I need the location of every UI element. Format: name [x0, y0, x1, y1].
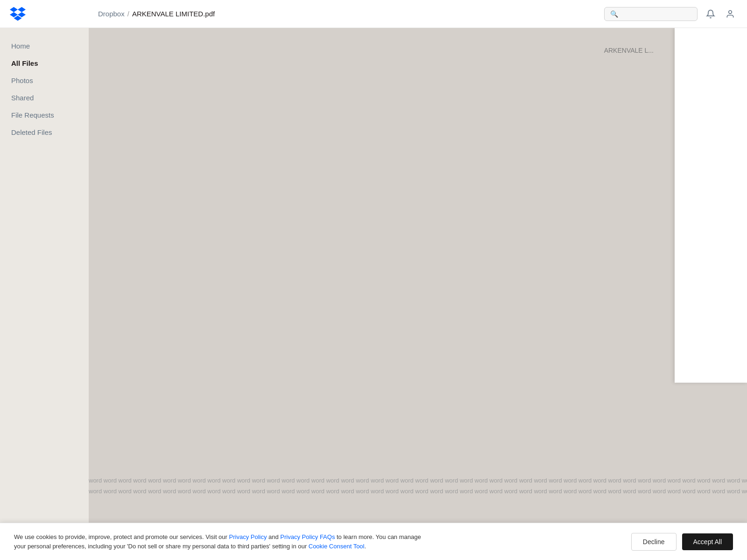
cookie-message-start: We use cookies to provide, improve, prot…: [14, 533, 229, 540]
cookie-bar: We use cookies to provide, improve, prot…: [0, 523, 747, 560]
pdf-filename-label: ARKENVALE L...: [604, 47, 654, 54]
word-text-area: word word word word word word word word …: [89, 471, 747, 499]
account-button[interactable]: [723, 7, 738, 21]
sidebar-item-home[interactable]: Home: [0, 37, 89, 55]
search-bar[interactable]: 🔍: [604, 7, 698, 21]
breadcrumb-separator: /: [127, 10, 129, 18]
breadcrumb: Dropbox / ARKENVALE LIMITED.pdf: [98, 10, 604, 18]
cookie-and: and: [267, 533, 280, 540]
word-text-line2: word word word word word word word word …: [89, 487, 747, 497]
cookie-buttons: Decline Accept All: [631, 533, 733, 551]
sidebar-item-all-files[interactable]: All Files: [0, 55, 89, 72]
cookie-message-end: .: [364, 543, 366, 550]
sidebar-item-deleted-files[interactable]: Deleted Files: [0, 124, 89, 141]
sidebar-item-file-requests[interactable]: File Requests: [0, 106, 89, 124]
search-input[interactable]: [622, 10, 691, 18]
content-area: ARKENVALE L... word word word word word …: [89, 28, 747, 560]
header-icons: [703, 7, 738, 21]
dropbox-logo: [9, 6, 26, 22]
sidebar-item-photos[interactable]: Photos: [0, 72, 89, 89]
main-layout: Home All Files Photos Shared File Reques…: [0, 28, 747, 560]
word-text-line1: word word word word word word word word …: [89, 476, 747, 486]
sidebar-nav: Home All Files Photos Shared File Reques…: [0, 37, 89, 141]
sidebar: Home All Files Photos Shared File Reques…: [0, 28, 89, 560]
cookie-tool-link[interactable]: Cookie Consent Tool: [309, 543, 365, 550]
header-left: [9, 6, 98, 22]
pdf-preview-panel: [675, 28, 747, 383]
privacy-policy-link[interactable]: Privacy Policy: [229, 533, 267, 540]
svg-point-0: [729, 10, 732, 14]
notifications-button[interactable]: [703, 7, 718, 21]
cookie-text: We use cookies to provide, improve, prot…: [14, 532, 434, 551]
accept-all-button[interactable]: Accept All: [682, 533, 733, 550]
privacy-faq-link[interactable]: Privacy Policy FAQs: [280, 533, 335, 540]
header-right: 🔍: [604, 7, 738, 21]
header: Dropbox / ARKENVALE LIMITED.pdf 🔍: [0, 0, 747, 28]
decline-button[interactable]: Decline: [631, 533, 677, 551]
breadcrumb-file: ARKENVALE LIMITED.pdf: [132, 10, 215, 18]
breadcrumb-root[interactable]: Dropbox: [98, 10, 125, 18]
sidebar-item-shared[interactable]: Shared: [0, 89, 89, 106]
search-icon: 🔍: [610, 10, 618, 18]
